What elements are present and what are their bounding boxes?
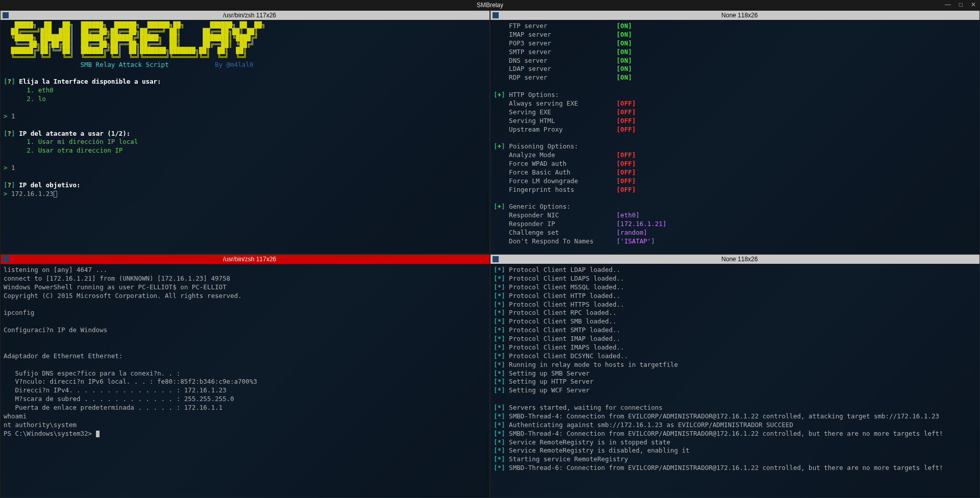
generic-value: [172.16.1.21] bbox=[617, 220, 667, 228]
http-option-row: Serving EXE bbox=[509, 108, 617, 116]
generic-option-row: Responder IP bbox=[509, 220, 617, 228]
pane-body-bl[interactable]: listening on [any] 4647 ... connect to [… bbox=[1, 264, 489, 497]
pane-header-tr: None 118x26 bbox=[491, 11, 979, 20]
generic-value: ['ISATAP'] bbox=[617, 237, 655, 245]
pane-title-br: None 118x26 bbox=[502, 256, 977, 263]
pane-icon bbox=[3, 12, 9, 18]
shell-line: Windows PowerShell running as user PC-EL… bbox=[4, 283, 227, 291]
event-line: Starting service RemoteRegistry bbox=[509, 455, 628, 463]
server-row: RDP server bbox=[509, 73, 617, 81]
state-on: [ON] bbox=[617, 22, 632, 30]
author-credit: By @m4lal0 bbox=[215, 61, 253, 68]
generic-value: [eth0] bbox=[617, 211, 640, 219]
powershell-prompt: PS C:\Windows\system32> bbox=[4, 430, 96, 437]
log-line: Protocol Client DCSYNC loaded.. bbox=[509, 352, 628, 360]
pane-top-right[interactable]: None 118x26 FTP server [ON] IMAP server … bbox=[490, 10, 980, 254]
shell-line: whoami bbox=[4, 412, 27, 420]
shell-line: Adaptador de Ethernet Ethernet: bbox=[4, 352, 122, 360]
pane-bottom-left[interactable]: /usr/bin/zsh 117x26 listening on [any] 4… bbox=[0, 254, 490, 498]
log-line: Protocol Client HTTP loaded.. bbox=[509, 292, 620, 300]
event-line: Authenticating against smb://172.16.1.23… bbox=[509, 421, 793, 429]
log-line: Protocol Client HTTPS loaded.. bbox=[509, 301, 624, 308]
logo-subtitle: SMB Relay Attack Script bbox=[81, 61, 169, 69]
event-line: SMBD-Thread-6: Connection from EVILCORP/… bbox=[509, 464, 943, 471]
state-on: [ON] bbox=[617, 65, 632, 72]
shell-line: Configuraci?n IP de Windows bbox=[4, 326, 107, 334]
maximize-button[interactable]: □ bbox=[957, 1, 965, 8]
state-off: [OFF] bbox=[617, 160, 636, 167]
log-line: Protocol Client IMAPS loaded.. bbox=[509, 343, 624, 351]
http-option-row: Always serving EXE bbox=[509, 99, 617, 107]
server-row: IMAP server bbox=[509, 31, 617, 38]
pane-icon bbox=[493, 256, 499, 262]
pane-body-br[interactable]: [*] Protocol Client LDAP loaded.. [*] Pr… bbox=[491, 264, 979, 497]
option-lo: 2. lo bbox=[27, 95, 46, 103]
event-line: SMBD-Thread-4: Connection from EVILCORP/… bbox=[509, 430, 943, 437]
pane-icon bbox=[493, 12, 499, 18]
event-line: SMBD-Thread-4: Connection from EVILCORP/… bbox=[509, 412, 939, 420]
poison-option-row: Fingerprint hosts bbox=[509, 186, 617, 193]
event-line: Service RemoteRegistry is disabled, enab… bbox=[509, 446, 690, 454]
close-button[interactable]: ✕ bbox=[969, 1, 978, 8]
pane-title-tl: /usr/bin/zsh 117x26 bbox=[12, 12, 487, 19]
http-option-row: Upstream Proxy bbox=[509, 126, 617, 133]
log-line: Setting up HTTP Server bbox=[509, 378, 594, 385]
shell-line: M?scara de subred . . . . . . . . . . . … bbox=[4, 395, 234, 403]
log-line: Protocol Client IMAP loaded.. bbox=[509, 335, 620, 342]
cursor bbox=[54, 191, 57, 197]
pane-header-tl: /usr/bin/zsh 117x26 bbox=[1, 11, 489, 20]
answer-attacker-ip: 1 bbox=[11, 164, 15, 171]
pane-top-left[interactable]: /usr/bin/zsh 117x26 █████╗ ██ ██╗ ██████… bbox=[0, 10, 490, 254]
pane-body-tl[interactable]: █████╗ ██ ██╗ ██████╗ ██████╗ ██████╗██╗… bbox=[1, 20, 489, 254]
answer-target-ip: 172.16.1.23 bbox=[11, 190, 54, 197]
shell-line: ipconfig bbox=[4, 309, 34, 316]
state-off: [OFF] bbox=[617, 151, 636, 159]
pane-title-bl: /usr/bin/zsh 117x26 bbox=[12, 256, 487, 263]
state-on: [ON] bbox=[617, 39, 632, 47]
window-title: SMBrelay bbox=[477, 2, 503, 9]
state-on: [ON] bbox=[617, 73, 632, 81]
state-off: [OFF] bbox=[617, 108, 636, 116]
shell-line: Puerta de enlace predeterminada . . . . … bbox=[4, 404, 223, 411]
log-line: Setting up SMB Server bbox=[509, 369, 590, 377]
smbrelay-logo: █████╗ ██ ██╗ ██████╗ ██████╗ ██████╗██╗… bbox=[4, 22, 486, 61]
log-line: Setting up WCF Server bbox=[509, 386, 590, 394]
shell-line: nt authority\system bbox=[4, 421, 77, 429]
question-attacker-ip: IP del atacante a usar (1/2): bbox=[19, 130, 130, 137]
option-local-ip: 1. Usar mi dirección IP local bbox=[27, 138, 138, 145]
generic-option-row: Challenge set bbox=[509, 229, 617, 236]
state-on: [ON] bbox=[617, 31, 632, 38]
shell-line: Direcci?n IPv4. . . . . . . . . . . . . … bbox=[4, 386, 227, 394]
http-options-header: HTTP Options: bbox=[509, 91, 559, 98]
terminal-panes: /usr/bin/zsh 117x26 █████╗ ██ ██╗ ██████… bbox=[0, 10, 980, 498]
poison-option-row: Force WPAD auth bbox=[509, 160, 617, 167]
shell-line: connect to [172.16.1.21] from (UNKNOWN) … bbox=[4, 275, 230, 282]
poison-option-row: Force Basic Auth bbox=[509, 168, 617, 176]
state-off: [OFF] bbox=[617, 177, 636, 185]
log-line: Protocol Client SMB loaded.. bbox=[509, 317, 617, 325]
log-line: Protocol Client RPC loaded.. bbox=[509, 309, 617, 316]
question-interface: Elija la Interface disponible a usar: bbox=[19, 78, 161, 85]
event-line: Servers started, waiting for connections bbox=[509, 404, 663, 411]
event-line: Service RemoteRegistry is in stopped sta… bbox=[509, 438, 670, 446]
log-line: Protocol Client LDAP loaded.. bbox=[509, 266, 620, 273]
state-on: [ON] bbox=[617, 48, 632, 56]
generic-options-header: Generic Options: bbox=[509, 203, 570, 210]
cursor bbox=[96, 431, 100, 437]
pane-body-tr[interactable]: FTP server [ON] IMAP server [ON] POP3 se… bbox=[491, 20, 979, 254]
state-off: [OFF] bbox=[617, 99, 636, 107]
server-row: SMTP server bbox=[509, 48, 617, 56]
state-off: [OFF] bbox=[617, 168, 636, 176]
minimize-button[interactable]: — bbox=[943, 1, 953, 8]
shell-line: V?nculo: direcci?n IPv6 local. . . : fe8… bbox=[4, 378, 257, 385]
question-target-ip: IP del objetivo: bbox=[19, 181, 80, 189]
poison-option-row: Force LM downgrade bbox=[509, 177, 617, 185]
shell-line: Sufijo DNS espec?fico para la conexi?n. … bbox=[4, 369, 180, 377]
generic-option-row: Responder NIC bbox=[509, 211, 617, 219]
option-other-ip: 2. Usar otra direccion IP bbox=[27, 146, 122, 154]
state-off: [OFF] bbox=[617, 186, 636, 193]
answer-interface: 1 bbox=[11, 112, 15, 120]
server-row: DNS server bbox=[509, 57, 617, 64]
pane-bottom-right[interactable]: None 118x26 [*] Protocol Client LDAP loa… bbox=[490, 254, 980, 498]
poison-option-row: Analyze Mode bbox=[509, 151, 617, 159]
